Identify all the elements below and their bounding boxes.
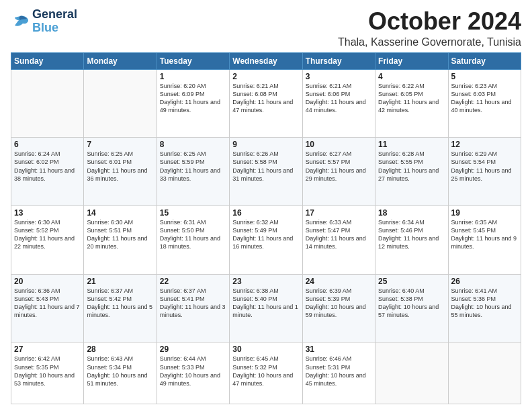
day-number: 12 [451, 140, 518, 149]
day-number: 26 [451, 277, 518, 286]
day-number: 18 [378, 208, 445, 218]
day-info: Sunrise: 6:26 AM Sunset: 5:58 PM Dayligh… [232, 150, 299, 183]
day-number: 10 [306, 140, 372, 149]
calendar-day-cell [375, 342, 448, 404]
day-number: 4 [378, 72, 445, 81]
calendar-day-cell: 30Sunrise: 6:45 AM Sunset: 5:32 PM Dayli… [230, 342, 302, 404]
day-info: Sunrise: 6:46 AM Sunset: 5:31 PM Dayligh… [306, 355, 372, 387]
day-of-week-header: Thursday [302, 52, 375, 69]
calendar-day-cell: 12Sunrise: 6:29 AM Sunset: 5:54 PM Dayli… [448, 138, 521, 206]
day-info: Sunrise: 6:24 AM Sunset: 6:02 PM Dayligh… [14, 150, 81, 183]
day-number: 13 [14, 208, 81, 218]
calendar-day-cell: 18Sunrise: 6:34 AM Sunset: 5:46 PM Dayli… [375, 206, 448, 275]
calendar-day-cell: 22Sunrise: 6:37 AM Sunset: 5:41 PM Dayli… [157, 274, 229, 342]
calendar-day-cell: 1Sunrise: 6:20 AM Sunset: 6:09 PM Daylig… [157, 69, 229, 138]
day-number: 28 [87, 345, 153, 354]
calendar-day-cell: 28Sunrise: 6:43 AM Sunset: 5:34 PM Dayli… [84, 342, 157, 404]
day-number: 24 [306, 277, 372, 286]
header: General Blue October 2024 Thala, Kasseri… [11, 8, 521, 48]
calendar-container: General Blue October 2024 Thala, Kasseri… [0, 0, 532, 411]
calendar-day-cell: 23Sunrise: 6:38 AM Sunset: 5:40 PM Dayli… [230, 274, 302, 342]
calendar-day-cell: 27Sunrise: 6:42 AM Sunset: 5:35 PM Dayli… [11, 342, 84, 404]
calendar-day-cell: 20Sunrise: 6:36 AM Sunset: 5:43 PM Dayli… [11, 274, 84, 342]
day-of-week-header: Wednesday [230, 52, 302, 69]
day-info: Sunrise: 6:29 AM Sunset: 5:54 PM Dayligh… [451, 150, 518, 183]
day-info: Sunrise: 6:20 AM Sunset: 6:09 PM Dayligh… [160, 82, 226, 115]
day-number: 29 [160, 345, 226, 354]
day-number: 5 [451, 72, 518, 81]
day-info: Sunrise: 6:32 AM Sunset: 5:49 PM Dayligh… [232, 218, 299, 251]
day-number: 20 [14, 277, 81, 286]
calendar-day-cell: 17Sunrise: 6:33 AM Sunset: 5:47 PM Dayli… [302, 206, 375, 275]
day-info: Sunrise: 6:23 AM Sunset: 6:03 PM Dayligh… [451, 82, 518, 115]
calendar-day-cell: 6Sunrise: 6:24 AM Sunset: 6:02 PM Daylig… [11, 138, 84, 206]
day-of-week-header: Friday [375, 52, 448, 69]
day-number: 15 [160, 208, 226, 218]
location-title: Thala, Kasserine Governorate, Tunisia [338, 36, 521, 48]
calendar-day-cell [11, 69, 84, 138]
day-number: 25 [378, 277, 445, 286]
calendar-day-cell: 14Sunrise: 6:30 AM Sunset: 5:51 PM Dayli… [84, 206, 157, 275]
logo-icon [11, 13, 30, 30]
day-number: 22 [160, 277, 226, 286]
calendar-week-row: 27Sunrise: 6:42 AM Sunset: 5:35 PM Dayli… [11, 342, 521, 404]
day-number: 31 [306, 345, 372, 354]
calendar-week-row: 20Sunrise: 6:36 AM Sunset: 5:43 PM Dayli… [11, 274, 521, 342]
calendar-week-row: 13Sunrise: 6:30 AM Sunset: 5:52 PM Dayli… [11, 206, 521, 275]
day-of-week-header: Saturday [448, 52, 521, 69]
day-info: Sunrise: 6:31 AM Sunset: 5:50 PM Dayligh… [160, 218, 226, 251]
calendar-day-cell: 16Sunrise: 6:32 AM Sunset: 5:49 PM Dayli… [230, 206, 302, 275]
calendar-day-cell: 31Sunrise: 6:46 AM Sunset: 5:31 PM Dayli… [302, 342, 375, 404]
day-number: 8 [160, 140, 226, 149]
day-number: 23 [232, 277, 299, 286]
logo-text: General Blue [32, 8, 77, 35]
calendar-day-cell: 19Sunrise: 6:35 AM Sunset: 5:45 PM Dayli… [448, 206, 521, 275]
calendar-day-cell: 5Sunrise: 6:23 AM Sunset: 6:03 PM Daylig… [448, 69, 521, 138]
calendar-header-row: SundayMondayTuesdayWednesdayThursdayFrid… [11, 52, 521, 69]
day-number: 2 [232, 72, 299, 81]
day-of-week-header: Monday [84, 52, 157, 69]
day-number: 30 [232, 345, 299, 354]
day-info: Sunrise: 6:27 AM Sunset: 5:57 PM Dayligh… [306, 150, 372, 183]
day-info: Sunrise: 6:21 AM Sunset: 6:08 PM Dayligh… [232, 82, 299, 115]
calendar-day-cell: 26Sunrise: 6:41 AM Sunset: 5:36 PM Dayli… [448, 274, 521, 342]
day-info: Sunrise: 6:30 AM Sunset: 5:52 PM Dayligh… [14, 218, 81, 251]
day-number: 6 [14, 140, 81, 149]
calendar-day-cell: 29Sunrise: 6:44 AM Sunset: 5:33 PM Dayli… [157, 342, 229, 404]
calendar-week-row: 6Sunrise: 6:24 AM Sunset: 6:02 PM Daylig… [11, 138, 521, 206]
day-info: Sunrise: 6:42 AM Sunset: 5:35 PM Dayligh… [14, 355, 81, 387]
day-info: Sunrise: 6:35 AM Sunset: 5:45 PM Dayligh… [451, 218, 518, 251]
calendar-day-cell: 8Sunrise: 6:25 AM Sunset: 5:59 PM Daylig… [157, 138, 229, 206]
day-number: 7 [87, 140, 153, 149]
calendar-day-cell: 21Sunrise: 6:37 AM Sunset: 5:42 PM Dayli… [84, 274, 157, 342]
calendar-day-cell [84, 69, 157, 138]
day-number: 3 [306, 72, 372, 81]
day-info: Sunrise: 6:45 AM Sunset: 5:32 PM Dayligh… [232, 355, 299, 387]
day-info: Sunrise: 6:25 AM Sunset: 5:59 PM Dayligh… [160, 150, 226, 183]
day-info: Sunrise: 6:21 AM Sunset: 6:06 PM Dayligh… [306, 82, 372, 115]
calendar-day-cell: 11Sunrise: 6:28 AM Sunset: 5:55 PM Dayli… [375, 138, 448, 206]
day-number: 17 [306, 208, 372, 218]
day-number: 9 [232, 140, 299, 149]
logo: General Blue [11, 8, 77, 35]
day-info: Sunrise: 6:43 AM Sunset: 5:34 PM Dayligh… [87, 355, 153, 387]
month-title: October 2024 [338, 8, 521, 35]
calendar-day-cell: 7Sunrise: 6:25 AM Sunset: 6:01 PM Daylig… [84, 138, 157, 206]
day-info: Sunrise: 6:28 AM Sunset: 5:55 PM Dayligh… [378, 150, 445, 183]
day-info: Sunrise: 6:37 AM Sunset: 5:42 PM Dayligh… [87, 287, 153, 320]
day-number: 11 [378, 140, 445, 149]
calendar-table: SundayMondayTuesdayWednesdayThursdayFrid… [11, 52, 521, 404]
day-number: 14 [87, 208, 153, 218]
calendar-day-cell: 15Sunrise: 6:31 AM Sunset: 5:50 PM Dayli… [157, 206, 229, 275]
day-info: Sunrise: 6:30 AM Sunset: 5:51 PM Dayligh… [87, 218, 153, 251]
calendar-day-cell: 4Sunrise: 6:22 AM Sunset: 6:05 PM Daylig… [375, 69, 448, 138]
title-block: October 2024 Thala, Kasserine Governorat… [338, 8, 521, 48]
day-info: Sunrise: 6:34 AM Sunset: 5:46 PM Dayligh… [378, 218, 445, 251]
calendar-day-cell: 10Sunrise: 6:27 AM Sunset: 5:57 PM Dayli… [302, 138, 375, 206]
day-of-week-header: Tuesday [157, 52, 229, 69]
day-info: Sunrise: 6:36 AM Sunset: 5:43 PM Dayligh… [14, 287, 81, 320]
day-info: Sunrise: 6:22 AM Sunset: 6:05 PM Dayligh… [378, 82, 445, 115]
day-info: Sunrise: 6:39 AM Sunset: 5:39 PM Dayligh… [306, 287, 372, 320]
day-number: 1 [160, 72, 226, 81]
day-info: Sunrise: 6:33 AM Sunset: 5:47 PM Dayligh… [306, 218, 372, 251]
